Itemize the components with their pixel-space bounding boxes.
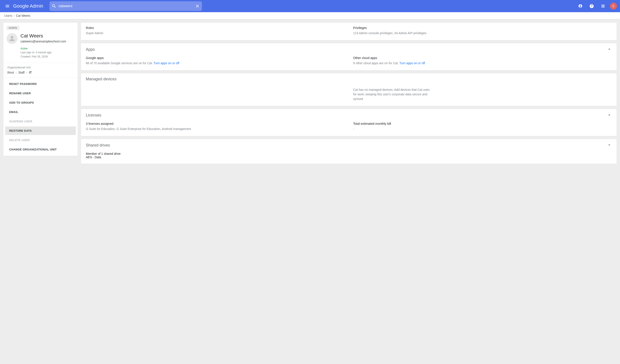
google-apps-toggle-link[interactable]: Turn apps on or off — [154, 61, 179, 65]
org-unit-section: Organizational Unit Root › Staff › IT — [3, 63, 78, 77]
collapse-licenses-button[interactable] — [607, 113, 612, 118]
expand-apps-button[interactable] — [607, 47, 612, 52]
expand-shared-drives-button[interactable] — [607, 143, 612, 148]
google-apps-label: Google apps — [86, 56, 344, 60]
user-name: Cat Weers — [20, 33, 66, 39]
action-delete-user[interactable]: DELETE USER — [5, 136, 76, 144]
action-reset-password[interactable]: RESET PASSWORD — [5, 80, 76, 88]
help-button[interactable] — [587, 2, 596, 10]
other-apps-label: Other cloud apps — [353, 56, 612, 60]
admin-badge: ADMIN — [7, 26, 19, 30]
user-sidebar-card: ADMIN Cat Weers catweers@anexampleschool… — [3, 23, 78, 156]
apps-card[interactable]: Apps Google apps 66 of 70 available Goog… — [81, 43, 617, 70]
help-icon — [589, 4, 594, 9]
roles-privileges-card[interactable]: Roles Super Admin Privileges 113 Admin c… — [81, 23, 617, 40]
devices-body: Cat has no managed devices. Add devices … — [353, 88, 432, 101]
roles-label: Roles — [86, 26, 344, 30]
user-actions: RESET PASSWORD RENAME USER ADD TO GROUPS… — [3, 77, 78, 156]
licenses-assigned-label: 3 licenses assigned — [86, 122, 344, 125]
chevron-right-icon: › — [26, 71, 27, 74]
user-created: Created: Feb 26, 2018 — [20, 55, 74, 59]
google-apps-body: 66 of 70 available Google services are o… — [86, 61, 153, 65]
other-apps-toggle-link[interactable]: Turn apps on or off — [399, 61, 425, 65]
search-icon — [52, 4, 56, 9]
roles-value: Super Admin — [86, 31, 344, 35]
shared-drives-member-label: Member of 1 shared drive — [86, 152, 612, 155]
licenses-bill-label: Total estimated monthly bill — [353, 122, 612, 125]
privileges-value: 113 Admin console privileges, 34 Admin A… — [353, 31, 612, 35]
ou-path-0: Root — [7, 71, 14, 74]
org-unit-path[interactable]: Root › Staff › IT — [7, 71, 74, 74]
licenses-card-title: Licenses — [86, 113, 101, 118]
app-header: Google Admin C — [0, 0, 620, 12]
shared-drives-member-body: AES - Data — [86, 155, 612, 159]
search-box[interactable] — [49, 1, 202, 11]
logo-google: Google — [13, 3, 29, 9]
profile-header: Cat Weers catweers@anexampleschool.com — [3, 30, 78, 47]
menu-button[interactable] — [3, 2, 12, 10]
app-logo[interactable]: Google Admin — [13, 3, 43, 9]
managed-devices-card[interactable]: Managed devices Cat has no managed devic… — [81, 73, 617, 106]
logo-admin: Admin — [30, 3, 43, 9]
profile-avatar[interactable]: C — [610, 3, 617, 10]
chevron-right-icon: › — [14, 14, 15, 17]
action-change-org-unit[interactable]: CHANGE ORGANIZATIONAL UNIT — [5, 145, 76, 154]
ou-path-1: Staff — [18, 71, 25, 74]
action-suspend-user[interactable]: SUSPEND USER — [5, 117, 76, 126]
ou-path-2: IT — [29, 71, 31, 74]
breadcrumb-current: Cat Weers — [16, 14, 30, 17]
other-apps-body: 9 other cloud apps are on for Cat. — [353, 61, 399, 65]
chevron-up-icon — [607, 113, 612, 117]
action-email[interactable]: EMAIL — [5, 108, 76, 116]
apps-card-title: Apps — [86, 47, 95, 52]
chevron-down-icon — [607, 143, 612, 147]
shared-drives-title: Shared drives — [86, 143, 110, 148]
chevron-down-icon — [607, 47, 612, 52]
licenses-assigned-body: G Suite for Education, G Suite Enterpris… — [86, 127, 344, 131]
user-status: Active — [20, 47, 74, 50]
org-unit-label: Organizational Unit — [7, 66, 74, 69]
privileges-label: Privileges — [353, 26, 612, 30]
action-rename-user[interactable]: RENAME USER — [5, 89, 76, 98]
licenses-card[interactable]: Licenses 3 licenses assigned G Suite for… — [81, 109, 617, 136]
chevron-right-icon: › — [16, 71, 16, 74]
apps-launcher-button[interactable] — [599, 2, 607, 10]
user-email: catweers@anexampleschool.com — [20, 40, 66, 43]
person-icon — [8, 35, 16, 42]
user-avatar — [7, 33, 17, 44]
action-restore-data[interactable]: RESTORE DATA — [5, 126, 76, 135]
breadcrumb: Users › Cat Weers — [0, 12, 620, 19]
shared-drives-card[interactable]: Shared drives Member of 1 shared drive A… — [81, 139, 617, 164]
apps-grid-icon — [601, 4, 605, 8]
devices-card-title: Managed devices — [86, 77, 117, 81]
action-add-to-groups[interactable]: ADD TO GROUPS — [5, 98, 76, 107]
clear-search-icon[interactable] — [195, 4, 200, 9]
search-input[interactable] — [59, 4, 193, 8]
account-icon — [578, 4, 583, 8]
breadcrumb-parent[interactable]: Users — [4, 14, 12, 17]
menu-icon — [5, 4, 10, 9]
account-switcher-button[interactable] — [576, 2, 585, 10]
licenses-bill-value: - — [353, 127, 612, 131]
user-last-signin: Last sign in: A minute ago — [20, 50, 74, 55]
